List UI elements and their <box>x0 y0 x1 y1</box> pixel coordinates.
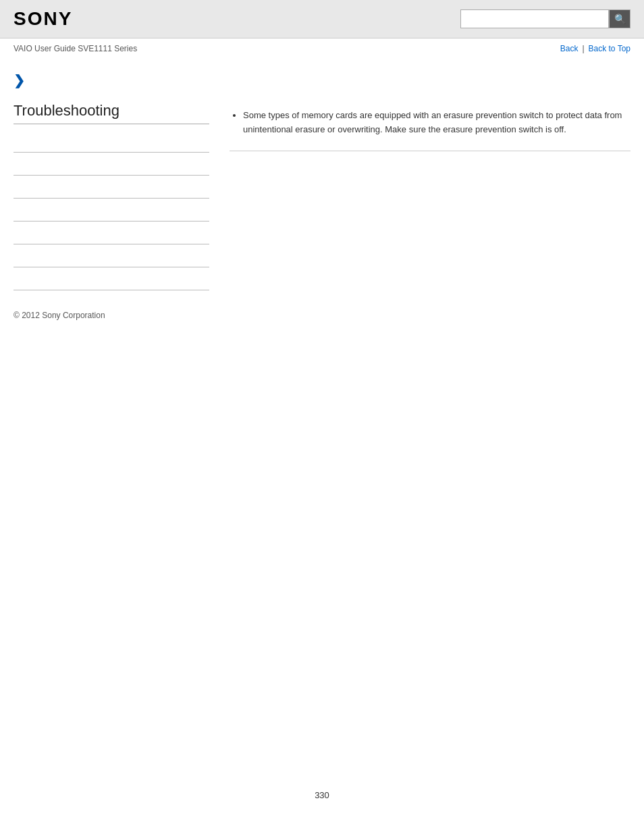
breadcrumb-bar: VAIO User Guide SVE1111 Series Back | Ba… <box>0 38 644 59</box>
search-button[interactable]: 🔍 <box>609 9 630 28</box>
copyright-text: © 2012 Sony Corporation <box>14 311 105 320</box>
search-area: 🔍 <box>460 9 630 28</box>
sidebar-link-1[interactable] <box>14 140 16 149</box>
right-content: Some types of memory cards are equipped … <box>230 102 630 290</box>
search-input[interactable] <box>460 9 609 28</box>
list-item <box>14 244 209 267</box>
sidebar: Troubleshooting <box>14 102 209 290</box>
guide-title: VAIO User Guide SVE1111 Series <box>14 44 137 53</box>
content-list: Some types of memory cards are equipped … <box>230 109 630 137</box>
chevron-right-icon: ❯ <box>14 73 25 88</box>
search-icon: 🔍 <box>614 14 626 24</box>
list-item <box>14 176 209 199</box>
sidebar-title: Troubleshooting <box>14 102 209 124</box>
footer: © 2012 Sony Corporation <box>0 297 644 334</box>
sidebar-link-7[interactable] <box>14 278 16 287</box>
list-item <box>14 199 209 221</box>
nav-separator: | <box>582 44 584 53</box>
sidebar-link-3[interactable] <box>14 186 16 195</box>
breadcrumb-nav: Back | Back to Top <box>560 44 630 53</box>
main-content: Troubleshooting <box>0 95 644 297</box>
header: SONY 🔍 <box>0 0 644 38</box>
page-number: 330 <box>0 777 644 814</box>
back-to-top-link[interactable]: Back to Top <box>589 44 630 53</box>
list-item <box>14 267 209 290</box>
sidebar-link-5[interactable] <box>14 232 16 241</box>
list-item: Some types of memory cards are equipped … <box>243 109 630 137</box>
sidebar-link-6[interactable] <box>14 255 16 264</box>
list-item <box>14 221 209 244</box>
content-divider <box>230 151 630 151</box>
back-link[interactable]: Back <box>560 44 579 53</box>
sidebar-links <box>14 130 209 290</box>
chevron-area: ❯ <box>0 59 644 95</box>
list-item <box>14 153 209 176</box>
sony-logo: SONY <box>14 8 72 30</box>
sidebar-link-4[interactable] <box>14 209 16 218</box>
sidebar-link-2[interactable] <box>14 163 16 172</box>
list-item <box>14 130 209 153</box>
